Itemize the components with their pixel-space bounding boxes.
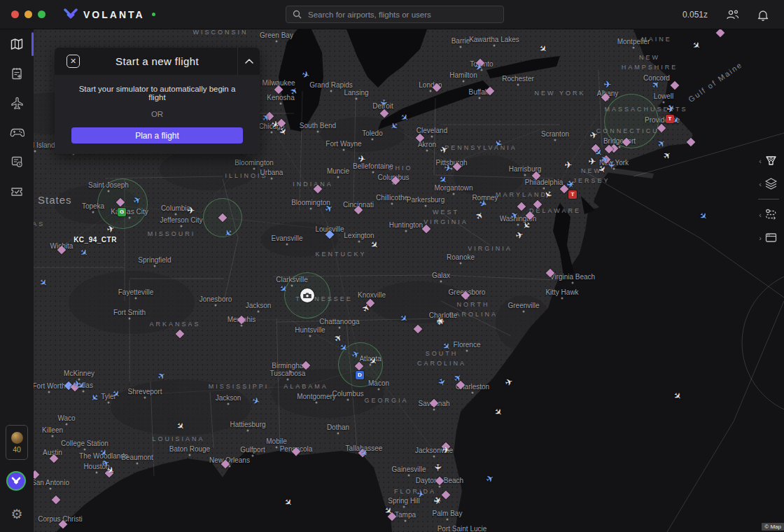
atc-callsign-label[interactable]: KC_94_CTR — [74, 236, 117, 244]
aircraft-marker[interactable]: ✈ — [656, 138, 668, 150]
map-city-label: Toledo — [362, 130, 382, 139]
plan-a-flight-button[interactable]: Plan a flight — [71, 127, 243, 144]
aircraft-marker[interactable]: ✈ — [604, 80, 612, 89]
notifications-bell-icon[interactable] — [757, 9, 769, 21]
aircraft-marker[interactable]: ✈ — [399, 112, 411, 124]
map-city-label: Montgomery — [297, 393, 336, 402]
atc-badge-d[interactable]: D — [356, 371, 364, 379]
search-input[interactable] — [307, 10, 503, 20]
map-city-label: Tuscaloosa — [270, 370, 306, 379]
aircraft-marker[interactable]: ✈ — [589, 157, 596, 166]
map-city-label: Philadelphia — [525, 178, 564, 188]
aircraft-marker[interactable]: ✈ — [493, 407, 505, 419]
airport-marker[interactable] — [176, 330, 185, 339]
map-city-dot — [554, 139, 556, 141]
aircraft-marker[interactable]: ✈ — [474, 210, 486, 221]
aircraft-marker[interactable]: ✈ — [514, 230, 524, 240]
map-city-dot — [287, 379, 289, 381]
airport-marker[interactable] — [442, 491, 451, 500]
map-tool-layers[interactable]: ‹ — [755, 172, 783, 195]
sidebar-item-flights[interactable] — [0, 89, 34, 117]
airport-marker[interactable] — [716, 29, 725, 37]
map-region-label: PENNSYLVANIA — [444, 144, 517, 153]
minimize-window-button[interactable] — [24, 10, 32, 18]
volanta-status-button[interactable] — [6, 471, 26, 491]
aircraft-marker[interactable]: ✈ — [38, 277, 50, 289]
airport-marker[interactable] — [34, 470, 39, 479]
map-attribution[interactable]: © Map — [762, 523, 784, 531]
atc-badge-t[interactable]: T — [666, 115, 674, 123]
ticket-icon — [10, 184, 24, 198]
xp-level-value: 40 — [13, 445, 21, 454]
aircraft-marker[interactable]: ✈ — [416, 489, 426, 499]
map-city-label: Springfield — [138, 256, 171, 265]
aircraft-marker[interactable]: ✈ — [662, 150, 673, 162]
close-window-button[interactable] — [11, 10, 19, 18]
aircraft-marker[interactable]: ✈ — [358, 154, 367, 164]
airport-marker[interactable] — [52, 496, 61, 505]
aircraft-marker[interactable]: ✈ — [332, 332, 344, 344]
aircraft-marker[interactable]: ✈ — [691, 40, 703, 52]
aircraft-marker[interactable]: ✈ — [398, 313, 410, 325]
map-city-dot — [337, 433, 340, 435]
aircraft-marker[interactable]: ✈ — [188, 206, 195, 215]
aircraft-marker[interactable]: ✈ — [323, 203, 335, 215]
airport-marker[interactable] — [414, 325, 423, 334]
map-tool-filter[interactable]: ‹ — [755, 149, 783, 172]
maximize-window-button[interactable] — [38, 10, 46, 18]
map-sea-label: Gulf of Maine — [687, 60, 744, 104]
map-city-dot — [108, 190, 110, 192]
xp-level-badge[interactable]: 40 — [6, 425, 28, 460]
camera-poi-marker[interactable] — [300, 288, 314, 302]
atc-badge-g[interactable]: G — [118, 208, 126, 216]
sidebar-item-logbook[interactable] — [0, 148, 34, 176]
aircraft-marker[interactable]: ✈ — [283, 497, 295, 509]
aircraft-marker[interactable]: ✈ — [251, 396, 262, 407]
settings-gear-icon[interactable]: ⚙ — [0, 503, 34, 525]
aircraft-marker[interactable]: ✈ — [89, 392, 101, 404]
sidebar-item-map[interactable] — [0, 30, 34, 58]
aircraft-marker[interactable]: ✈ — [444, 163, 453, 174]
map-city-dot — [129, 318, 131, 320]
aircraft-marker[interactable]: ✈ — [672, 391, 684, 402]
aircraft-marker[interactable]: ✈ — [484, 473, 496, 485]
aircraft-marker[interactable]: ✈ — [301, 69, 312, 80]
map-tool-window[interactable]: › — [755, 226, 783, 249]
search-bar[interactable] — [286, 6, 504, 23]
aircraft-marker[interactable]: ✈ — [442, 445, 450, 455]
aircraft-marker[interactable]: ✈ — [565, 160, 573, 169]
airport-marker[interactable] — [687, 138, 696, 147]
aircraft-marker[interactable]: ✈ — [379, 99, 388, 107]
aircraft-marker[interactable]: ✈ — [388, 120, 400, 132]
aircraft-marker[interactable]: ✈ — [436, 377, 447, 388]
aircraft-marker[interactable]: ✈ — [78, 247, 90, 259]
map-city-dot — [50, 488, 52, 490]
aircraft-marker[interactable]: ✈ — [369, 239, 381, 251]
aircraft-marker[interactable]: ✈ — [175, 421, 187, 433]
map-city-label: Montpelier — [617, 38, 650, 47]
friends-icon[interactable] — [726, 9, 739, 20]
airport-marker[interactable] — [671, 81, 680, 90]
sidebar-item-gamepad[interactable] — [0, 118, 34, 146]
aircraft-marker[interactable]: ✈ — [433, 464, 442, 472]
map-city-label: Hamilton — [449, 71, 477, 80]
map-city-label: Clarksville — [276, 276, 308, 285]
sidebar-item-ticket[interactable] — [0, 177, 34, 205]
aircraft-marker[interactable]: ✈ — [698, 211, 710, 223]
map-tool-route[interactable]: ‹ — [755, 203, 783, 226]
sidebar-item-flight-plan[interactable] — [0, 59, 34, 88]
atc-badge-t[interactable]: T — [568, 190, 577, 199]
map-city-label: Kitty Hawk — [545, 288, 578, 298]
aircraft-marker[interactable]: ✈ — [538, 43, 550, 55]
map-city-label: Green Bay — [260, 31, 293, 41]
airport-marker[interactable] — [517, 202, 526, 211]
aircraft-marker[interactable]: ✈ — [504, 377, 514, 388]
map-city-label: McKinney — [64, 370, 94, 379]
map-city-dot — [247, 430, 249, 432]
map-city-dot — [34, 150, 36, 153]
aircraft-marker[interactable]: ✈ — [156, 370, 167, 382]
aircraft-marker[interactable]: ✈ — [607, 162, 616, 169]
map-tools-rail: ‹ ‹ ‹ › — [755, 149, 783, 249]
map-city-label: Columbus — [332, 390, 363, 399]
collapse-dialog-button[interactable] — [237, 48, 260, 75]
